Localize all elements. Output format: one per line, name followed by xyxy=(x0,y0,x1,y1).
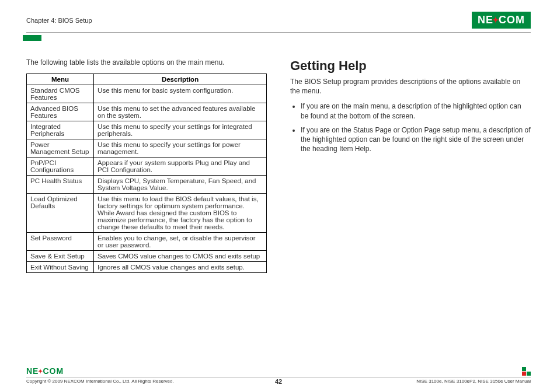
cell-menu: Integrated Peripherals xyxy=(27,121,94,139)
logo-text-part1: NE xyxy=(26,366,39,376)
cell-menu: Power Management Setup xyxy=(27,139,94,158)
table-header-row: Menu Description xyxy=(27,74,267,85)
logo-text-part2: COM xyxy=(499,14,525,26)
table-row: PC Health StatusDisplays CPU, System Tem… xyxy=(27,176,267,194)
cell-desc: Use this menu for basic system configura… xyxy=(94,85,267,103)
page-content: The following table lists the available … xyxy=(26,58,531,273)
right-column: Getting Help The BIOS Setup program prov… xyxy=(290,58,531,273)
cell-desc: Displays CPU, System Temperature, Fan Sp… xyxy=(94,176,267,194)
cell-desc: Enables you to change, set, or disable t… xyxy=(94,233,267,251)
logo-text-part2: COM xyxy=(43,366,64,376)
footer-squares-icon xyxy=(522,367,531,376)
cell-desc: Appears if your system supports Plug and… xyxy=(94,158,267,176)
square-icon xyxy=(527,367,531,371)
bullet-item: If you are on the Status Page or Option … xyxy=(301,125,531,154)
table-intro-text: The following table lists the available … xyxy=(26,58,267,66)
logo-dot-icon: ✦ xyxy=(492,15,500,24)
chapter-label: Chapter 4: BIOS Setup xyxy=(26,17,92,24)
bullet-list: If you are on the main menu, a descripti… xyxy=(290,102,531,153)
footer-nexcom-logo: NE✦COM xyxy=(26,366,64,376)
table-row: Standard CMOS FeaturesUse this menu for … xyxy=(27,85,267,103)
square-icon xyxy=(522,367,526,371)
table-row: Integrated PeripheralsUse this menu to s… xyxy=(27,121,267,139)
page-footer: NE✦COM Copyright © 2009 NEXCOM Internati… xyxy=(26,366,531,384)
footer-line: Copyright © 2009 NEXCOM International Co… xyxy=(26,377,531,384)
square-icon xyxy=(527,372,531,376)
bios-menu-table: Menu Description Standard CMOS FeaturesU… xyxy=(26,74,267,273)
section-heading: Getting Help xyxy=(290,58,531,74)
cell-desc: Use this menu to load the BIOS default v… xyxy=(94,194,267,233)
section-paragraph: The BIOS Setup program provides descript… xyxy=(290,77,531,96)
cell-menu: Save & Exit Setup xyxy=(27,251,94,262)
header-accent-bar xyxy=(23,35,41,41)
table-row: Advanced BIOS FeaturesUse this menu to s… xyxy=(27,103,267,121)
cell-menu: Load Optimized Defaults xyxy=(27,194,94,233)
cell-menu: Exit Without Saving xyxy=(27,262,94,273)
cell-desc: Use this menu to set the advanced featur… xyxy=(94,103,267,121)
cell-menu: PnP/PCI Configurations xyxy=(27,158,94,176)
footer-logo-row: NE✦COM xyxy=(26,366,531,376)
logo-text-part1: NE xyxy=(478,14,493,26)
table-row: PnP/PCI ConfigurationsAppears if your sy… xyxy=(27,158,267,176)
cell-desc: Use this menu to specify your settings f… xyxy=(94,139,267,158)
col-header-description: Description xyxy=(94,74,267,85)
cell-menu: PC Health Status xyxy=(27,176,94,194)
table-row: Load Optimized DefaultsUse this menu to … xyxy=(27,194,267,233)
page-number: 42 xyxy=(275,378,282,385)
square-icon xyxy=(522,372,526,376)
copyright-text: Copyright © 2009 NEXCOM International Co… xyxy=(26,379,174,384)
col-header-menu: Menu xyxy=(27,74,94,85)
page-header: Chapter 4: BIOS Setup NE✦COM xyxy=(26,12,531,33)
cell-desc: Saves CMOS value changes to CMOS and exi… xyxy=(94,251,267,262)
table-row: Set PasswordEnables you to change, set, … xyxy=(27,233,267,251)
left-column: The following table lists the available … xyxy=(26,58,267,273)
table-row: Save & Exit SetupSaves CMOS value change… xyxy=(27,251,267,262)
nexcom-logo: NE✦COM xyxy=(472,12,531,29)
cell-menu: Standard CMOS Features xyxy=(27,85,94,103)
cell-menu: Advanced BIOS Features xyxy=(27,103,94,121)
bullet-item: If you are on the main menu, a descripti… xyxy=(301,102,531,120)
cell-menu: Set Password xyxy=(27,233,94,251)
cell-desc: Ignores all CMOS value changes and exits… xyxy=(94,262,267,273)
manual-reference: NISE 3100e, NISE 3100eP2, NISE 3150e Use… xyxy=(416,379,531,384)
table-row: Power Management SetupUse this menu to s… xyxy=(27,139,267,158)
table-row: Exit Without SavingIgnores all CMOS valu… xyxy=(27,262,267,273)
cell-desc: Use this menu to specify your settings f… xyxy=(94,121,267,139)
